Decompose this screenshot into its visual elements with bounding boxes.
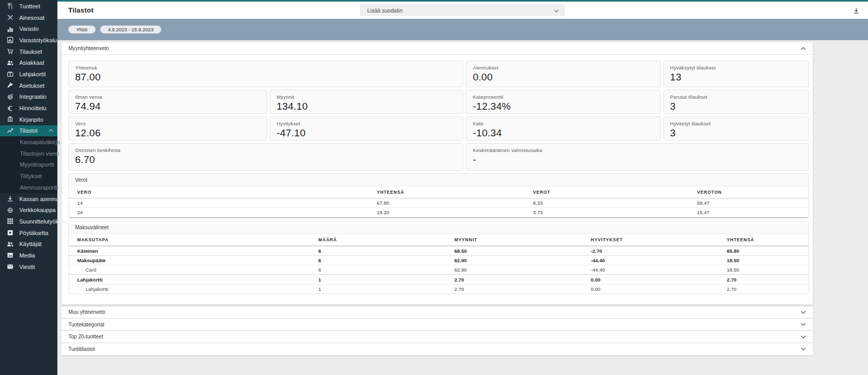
chevron-down-icon [801,347,806,350]
accordion-header-muu-yhteenveto[interactable]: Muu yhteenveto [62,306,813,319]
sales-summary-panel: Myyntiyhteenveto Yhteensä 87.00 Alennuks… [62,42,813,304]
stat-label: Hyväksytyt tilaukset [670,65,802,71]
stat-value: -12.34% [473,101,654,112]
sidebar-subitem-tilitykset[interactable]: Tilitykset [0,170,57,182]
sidebar-item-kirjanpito[interactable]: Kirjanpito [0,114,57,125]
cell: Maksupääte [77,257,318,263]
sidebar-item-lahjakortit[interactable]: Lahjakortit [0,68,57,80]
stat-card-kate: Kate -10.34 [466,116,660,140]
payment-methods-header-row: MAKSUTAPA MÄÄRÄ MYYNNIT HYVITYKSET YHTEE… [69,234,809,246]
cell: -2.70 [591,248,727,254]
stat-card-grid: Yhteensä 87.00 Alennukset 0.00 Hyväksyty… [68,61,809,171]
add-filter-select[interactable]: Lisää suodatin [360,4,565,16]
table-row: Lahjakortti 1 2.70 0.00 2.70 [69,284,809,294]
stat-label: Yhteensä [75,65,456,71]
bar-chart-icon [6,26,14,32]
stat-card-hyvitykset: Hyvitykset -47.10 [270,116,463,140]
cell: 2.70 [727,277,809,283]
chevron-down-icon [801,311,806,314]
sidebar-item-label: Asetukset [19,83,44,89]
column-header: HYVITYKSET [591,237,727,242]
taxes-table: Verot VERO YHTEENSÄ VEROT VEROTON 14 67.… [68,173,809,218]
sidebar-item-poytakartta[interactable]: Pöytäkartta [0,227,57,239]
sidebar: Tuotteet Ainesosat Varasto Varastotyökal… [0,0,57,375]
sidebar-subitem-kassapaivakirja[interactable]: Kassapäiväkirja [0,136,57,148]
sidebar-subitem-alennusraportti[interactable]: Alennusraportti [0,182,57,193]
stat-value: 3 [670,127,802,139]
stat-label: Hyvitetyt tilaukset [670,121,802,126]
stat-label: Alennukset [473,65,654,71]
sidebar-item-viestit[interactable]: Viestit [0,261,57,273]
sidebar-item-kayttajat[interactable]: Käyttäjät [0,238,57,250]
sidebar-item-label: Viestit [19,264,35,270]
cell: Käteinen [77,248,318,254]
sidebar-item-varasto[interactable]: Varasto [0,23,57,34]
page-title: Tilastot [68,6,93,14]
sidebar-item-tilaukset[interactable]: Tilaukset [0,46,57,57]
stat-value: -10.34 [473,127,654,139]
sidebar-item-label: Lahjakortit [19,71,46,77]
crossed-utensils-icon [6,14,14,21]
stat-value: - [473,154,802,166]
cell: 6 [318,267,454,273]
sidebar-item-label: Integraatio [19,93,46,100]
stat-value: 0.00 [473,72,654,83]
cell: 18.50 [727,267,809,273]
cell: 19.20 [377,209,533,215]
sidebar-item-label: Kassan asennus [19,196,62,202]
stat-card-alennukset: Alennukset 0.00 [466,61,660,87]
sidebar-item-kassan-asennus[interactable]: Kassan asennus [0,193,57,205]
utensils-icon [6,3,14,9]
stat-label: Vero [75,121,260,126]
stat-card-kateprosentti: Kateprosentti -12.34% [466,90,660,114]
chevron-up-icon [801,47,806,50]
sidebar-submenu: Kassapäiväkirja Tilastojen vienti Myynti… [0,136,57,193]
cell: 68.50 [454,248,591,254]
users-icon [6,60,14,66]
taxes-table-title: Verot [69,174,809,186]
wrench-icon [6,82,14,89]
sidebar-item-label: Suunnittelutyökalu [19,218,66,225]
download-report-button[interactable] [851,5,861,16]
sidebar-item-hinnoittelu[interactable]: Hinnoittelu [0,102,57,114]
cell: Lahjakortti [77,277,318,283]
payment-methods-table: Maksuvälineet MAKSUTAPA MÄÄRÄ MYYNNIT HY… [68,221,809,294]
column-header: VEROT [533,190,697,195]
sidebar-item-media[interactable]: Media [0,250,57,261]
sidebar-item-tilastot[interactable]: Tilastot [0,125,57,137]
sidebar-item-asetukset[interactable]: Asetukset [0,80,57,91]
sidebar-item-asiakkaat[interactable]: Asiakkaat [0,57,57,68]
accordion-header-tuotekategoriat[interactable]: Tuotekategoriat [62,319,813,331]
cell: 65.80 [727,248,809,254]
sidebar-item-suunnittelutyokalu[interactable]: Suunnittelutyökalu [0,216,57,227]
download-icon [6,195,14,202]
stat-label: Kate [473,121,654,126]
sidebar-item-tuotteet[interactable]: Tuotteet [0,1,57,12]
sidebar-item-label: Tuotteet [19,3,40,9]
accordion-label: Tuntitilastot [68,346,95,352]
sidebar-item-varastotyokalu[interactable]: Varastotyökalu [0,34,57,46]
sidebar-item-verkkokauppa[interactable]: Verkkokauppa [0,204,57,216]
column-header: VERO [77,190,377,195]
accordion-header-top-20-tuotteet[interactable]: Top 20-tuotteet [62,331,813,343]
sidebar-item-integraatio[interactable]: Integraatio [0,91,57,103]
filter-chip-yhtio[interactable]: Yhtiö [68,26,95,33]
cell: Lahjakortti [77,286,318,292]
cell: 3.73 [533,209,697,215]
sidebar-item-ainesosat[interactable]: Ainesosat [0,12,57,24]
sidebar-subitem-tilastojen-vienti[interactable]: Tilastojen vienti [0,148,57,159]
column-header: YHTEENSÄ [727,237,809,242]
taxes-table-header-row: VERO YHTEENSÄ VEROT VEROTON [69,186,809,198]
sidebar-item-label: Media [19,252,35,259]
sidebar-subitem-myyntiraportti[interactable]: Myyntiraportti [0,159,57,171]
cell: 62.90 [454,267,591,273]
chevron-down-icon [554,7,559,14]
cell: 62.90 [454,257,591,263]
cart-icon [6,48,14,55]
accordion-header-tuntitilastot[interactable]: Tuntitilastot [62,343,813,356]
sidebar-item-label: Varastotyökalu [19,37,57,43]
cell: Card [77,267,318,273]
filter-chip-daterange[interactable]: 4.9.2023 - 15.9.2023 [100,26,162,33]
accordion-header-myyntiyhteenveto[interactable]: Myyntiyhteenveto [62,42,813,55]
stat-value: 13 [670,72,802,83]
